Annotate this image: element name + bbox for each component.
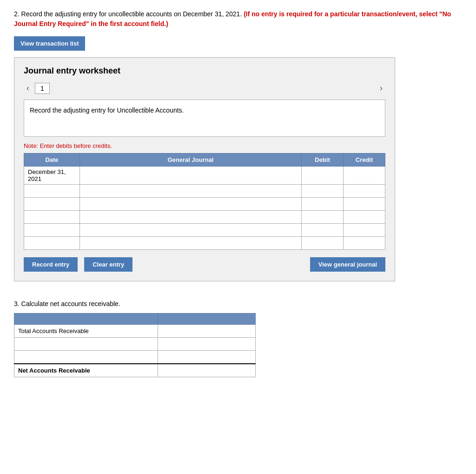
date-cell-4	[24, 211, 80, 224]
button-row: Record entry Clear entry View general jo…	[24, 257, 385, 272]
debit-cell-3[interactable]	[302, 198, 344, 211]
instruction-number: 2.	[14, 10, 20, 18]
page-number: 1	[35, 83, 50, 94]
view-general-journal-button[interactable]: View general journal	[310, 257, 385, 272]
table-row: December 31,2021	[24, 167, 385, 185]
date-cell-5	[24, 224, 80, 237]
clear-entry-button[interactable]: Clear entry	[84, 257, 132, 272]
table-row	[24, 198, 385, 211]
gj-cell-2[interactable]	[80, 185, 302, 198]
gj-cell-5[interactable]	[80, 224, 302, 237]
debit-input-6[interactable]	[302, 237, 343, 249]
record-entry-button[interactable]: Record entry	[24, 257, 78, 272]
gj-input-4[interactable]	[80, 211, 301, 223]
pagination-left: ‹ 1	[24, 82, 50, 94]
table-row: Total Accounts Receivable	[14, 325, 256, 338]
empty-value-2[interactable]	[158, 351, 256, 364]
worksheet-container: Journal entry worksheet ‹ 1 › Record the…	[14, 57, 395, 281]
col-header-credit: Credit	[344, 154, 385, 167]
credit-input-3[interactable]	[344, 198, 385, 210]
net-ar-value[interactable]	[158, 364, 256, 377]
debit-input-4[interactable]	[302, 211, 343, 223]
total-ar-value[interactable]	[158, 325, 256, 338]
net-ar-input[interactable]	[158, 364, 255, 377]
net-ar-header-label	[14, 314, 158, 325]
description-box: Record the adjusting entry for Uncollect…	[24, 100, 385, 137]
gj-cell-3[interactable]	[80, 198, 302, 211]
total-ar-label: Total Accounts Receivable	[14, 325, 158, 338]
debit-input-3[interactable]	[302, 198, 343, 210]
table-row	[24, 237, 385, 250]
col-header-date: Date	[24, 154, 80, 167]
empty-value-1[interactable]	[158, 338, 256, 351]
col-header-debit: Debit	[302, 154, 344, 167]
journal-table: Date General Journal Debit Credit Decemb…	[24, 153, 385, 250]
credit-cell-1[interactable]	[344, 167, 385, 185]
row3-value-input[interactable]	[158, 351, 255, 363]
credit-cell-6[interactable]	[344, 237, 385, 250]
prev-page-button[interactable]: ‹	[24, 82, 32, 94]
next-page-button[interactable]: ›	[377, 82, 385, 94]
credit-cell-4[interactable]	[344, 211, 385, 224]
empty-label-2[interactable]	[14, 351, 158, 364]
gj-cell-4[interactable]	[80, 211, 302, 224]
gj-input-2[interactable]	[80, 185, 301, 197]
gj-input-1[interactable]	[80, 167, 301, 184]
table-row: Net Accounts Receivable	[14, 364, 256, 377]
date-cell-3	[24, 198, 80, 211]
debit-input-5[interactable]	[302, 224, 343, 236]
worksheet-title: Journal entry worksheet	[24, 66, 385, 76]
total-ar-input[interactable]	[158, 325, 255, 337]
table-row	[24, 185, 385, 198]
debit-input-2[interactable]	[302, 185, 343, 197]
credit-input-4[interactable]	[344, 211, 385, 223]
instruction-main: Record the adjusting entry for uncollect…	[20, 10, 242, 18]
row2-label-input[interactable]	[18, 340, 154, 348]
credit-input-1[interactable]	[344, 167, 385, 184]
col-header-gj: General Journal	[80, 154, 302, 167]
empty-label-1[interactable]	[14, 338, 158, 351]
credit-cell-2[interactable]	[344, 185, 385, 198]
pagination-row: ‹ 1 ›	[24, 82, 385, 94]
note-text: Note: Enter debits before credits.	[24, 142, 385, 149]
debit-cell-5[interactable]	[302, 224, 344, 237]
section3-title: 3. Calculate net accounts receivable.	[14, 300, 462, 307]
debit-cell-6[interactable]	[302, 237, 344, 250]
date-cell-2	[24, 185, 80, 198]
credit-cell-3[interactable]	[344, 198, 385, 211]
date-cell-6	[24, 237, 80, 250]
gj-cell-1[interactable]	[80, 167, 302, 185]
row3-label-input[interactable]	[18, 353, 154, 361]
row2-value-input[interactable]	[158, 338, 255, 350]
table-row	[24, 224, 385, 237]
credit-input-2[interactable]	[344, 185, 385, 197]
date-cell-1: December 31,2021	[24, 167, 80, 185]
view-transaction-button[interactable]: View transaction list	[14, 36, 85, 51]
gj-input-5[interactable]	[80, 224, 301, 236]
debit-input-1[interactable]	[302, 167, 343, 184]
gj-input-3[interactable]	[80, 198, 301, 210]
table-row	[14, 351, 256, 364]
credit-cell-5[interactable]	[344, 224, 385, 237]
table-row	[14, 338, 256, 351]
instruction-text: 2. Record the adjusting entry for uncoll…	[14, 9, 462, 29]
credit-input-5[interactable]	[344, 224, 385, 236]
net-ar-table: Total Accounts Receivable Net Accounts R…	[14, 313, 256, 377]
description-text: Record the adjusting entry for Uncollect…	[30, 107, 184, 114]
debit-cell-4[interactable]	[302, 211, 344, 224]
net-ar-header-value	[158, 314, 256, 325]
net-ar-label: Net Accounts Receivable	[14, 364, 158, 377]
gj-input-6[interactable]	[80, 237, 301, 249]
gj-cell-6[interactable]	[80, 237, 302, 250]
debit-cell-1[interactable]	[302, 167, 344, 185]
debit-cell-2[interactable]	[302, 185, 344, 198]
table-row	[24, 211, 385, 224]
credit-input-6[interactable]	[344, 237, 385, 249]
